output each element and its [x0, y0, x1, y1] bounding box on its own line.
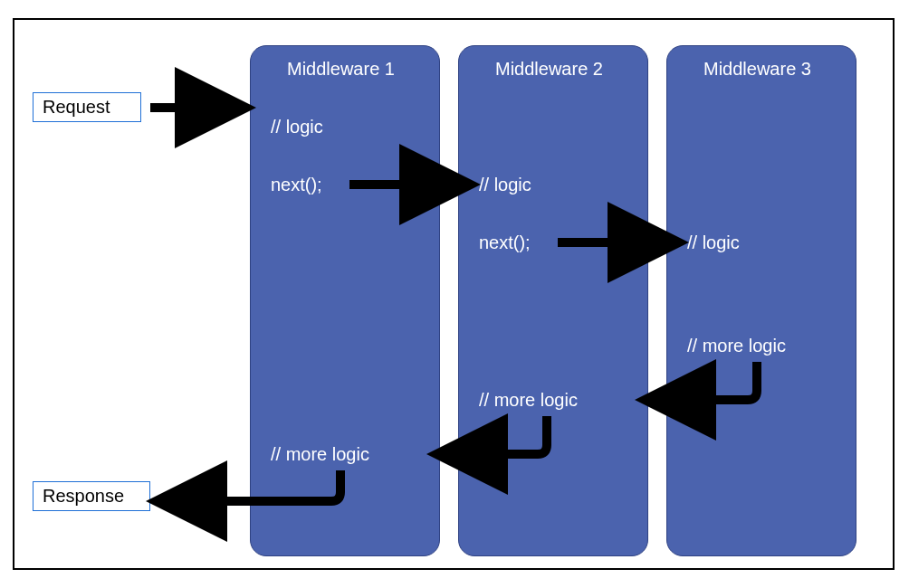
request-label: Request: [43, 97, 110, 117]
middleware-1-more: // more logic: [271, 444, 369, 465]
diagram-canvas: Request Response Middleware 1 // logic n…: [0, 0, 909, 588]
middleware-3: Middleware 3 // logic // more logic: [666, 45, 856, 556]
middleware-2-logic: // logic: [479, 175, 531, 195]
middleware-1-logic: // logic: [271, 117, 323, 138]
middleware-3-more: // more logic: [687, 336, 786, 356]
middleware-3-title: Middleware 3: [703, 59, 811, 80]
diagram-frame: Request Response Middleware 1 // logic n…: [13, 18, 895, 570]
middleware-1-title: Middleware 1: [287, 59, 395, 80]
response-label: Response: [43, 486, 124, 506]
middleware-3-logic: // logic: [687, 232, 740, 253]
middleware-2-title: Middleware 2: [495, 59, 603, 80]
middleware-2-more: // more logic: [479, 390, 578, 411]
middleware-1-next: next();: [271, 175, 322, 195]
middleware-1: Middleware 1 // logic next(); // more lo…: [250, 45, 440, 556]
request-box: Request: [33, 92, 141, 122]
response-box: Response: [33, 481, 150, 511]
middleware-2: Middleware 2 // logic next(); // more lo…: [458, 45, 648, 556]
middleware-2-next: next();: [479, 232, 531, 253]
